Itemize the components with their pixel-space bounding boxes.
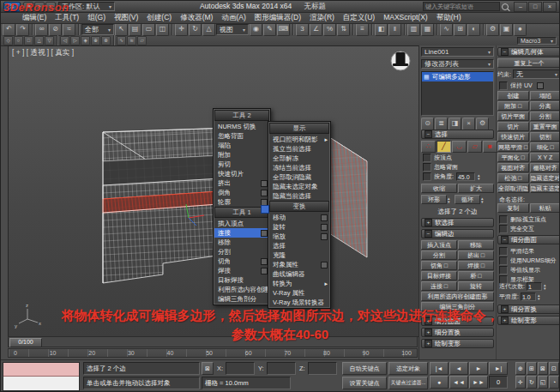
panel-button[interactable]: 分割 [530, 112, 560, 121]
modifier-list-dropdown[interactable]: 修改器列表 ▾ [421, 59, 494, 69]
settings-box-icon[interactable] [321, 224, 328, 231]
select-manipulate-icon[interactable]: ✎ [263, 23, 276, 36]
reference-coordsys-dropdown[interactable]: 视图▾ [216, 24, 249, 35]
extra-toolbar-button[interactable]: ⊕ [91, 36, 100, 45]
menu-item[interactable]: 动画(A) [217, 12, 250, 23]
zoom-icon[interactable]: ⊕ [515, 362, 526, 375]
object-name-dropdown[interactable]: Line001 ▾ [421, 47, 494, 57]
panel-button[interactable]: 焊接 □ [458, 261, 494, 270]
keyboard-override-icon[interactable]: ⌨ [277, 23, 290, 36]
window-crossing-icon[interactable]: ◫ [156, 23, 169, 36]
quad-menu-item[interactable]: 目标焊接 [214, 275, 269, 285]
angle-snap-icon[interactable]: ∠ [310, 23, 322, 36]
panel-button[interactable]: 切片平面 [497, 112, 529, 121]
rollout-soft-selection[interactable]: + 软选择 [421, 218, 494, 227]
selection-filter-dropdown[interactable]: 全部▾ [81, 24, 114, 35]
quad-menu-item[interactable]: 剪切 [214, 160, 269, 169]
extra-toolbar-button[interactable]: ≋ [127, 36, 136, 45]
polygon-mode-icon[interactable]: ▱ [467, 141, 482, 153]
extra-toolbar-button[interactable]: ▱ [137, 36, 147, 45]
settings-box-icon[interactable] [321, 262, 328, 268]
maxscript-mini-listener[interactable] [3, 362, 80, 391]
quad-menu-item[interactable]: 焊接 [214, 266, 269, 275]
new-scene-icon[interactable]: ✚ [23, 2, 33, 12]
select-link-icon[interactable]: ∞ [35, 23, 48, 36]
spinner[interactable] [478, 172, 484, 181]
panel-button[interactable]: 切片 [497, 122, 529, 131]
material-editor-icon[interactable]: ◐ [467, 23, 480, 36]
curve-editor-icon[interactable]: ∿ [440, 23, 453, 36]
current-frame-field[interactable]: 0 [489, 376, 508, 389]
panel-button[interactable]: 桥 □ [458, 271, 494, 280]
panel-button[interactable]: 视图对齐 [497, 163, 529, 172]
align-icon[interactable]: ‖ [388, 23, 401, 36]
panel-button[interactable]: 细化 □ [530, 142, 560, 152]
quad-menu-item[interactable]: 视口照明和阴影▸ [269, 135, 329, 144]
quad-menu-item[interactable]: 连接 [214, 228, 269, 238]
listener-macro-row[interactable] [3, 363, 79, 377]
zoom-region-icon[interactable]: ⊡ [549, 362, 559, 375]
panel-button[interactable]: 旋转 [458, 281, 494, 291]
spinner[interactable] [538, 292, 544, 301]
auto-key-button[interactable]: 自动关键点 [342, 362, 387, 375]
quad-menu-item[interactable]: 孤立当前选择 [269, 144, 329, 154]
rollout-edit-geometry[interactable]: − 编辑几何体 [497, 47, 560, 57]
search-input[interactable] [423, 2, 500, 11]
go-to-end-icon[interactable]: ►| [489, 362, 508, 375]
schematic-view-icon[interactable]: ⊞ [454, 23, 467, 36]
stack-item-editable-poly[interactable]: ▦ 可编辑多边形 [422, 72, 493, 81]
quad-menu-item[interactable]: 缩放 [269, 232, 329, 241]
menu-item[interactable]: 自定义(U) [339, 12, 379, 23]
panel-button[interactable]: 复制 [497, 203, 529, 213]
constraints-dropdown[interactable]: 无 ▾ [513, 69, 560, 79]
render-frame-icon[interactable]: ▣ [500, 23, 513, 36]
viewport-label[interactable]: [ + ] [ 透视 ] [ 真实 ] [12, 48, 74, 58]
previous-frame-icon[interactable]: ◄ [449, 362, 468, 375]
maximize-button[interactable]: □ [528, 2, 542, 12]
play-icon[interactable]: ► [469, 362, 488, 375]
key-mode-icon[interactable]: ● [430, 376, 449, 389]
listener-script-row[interactable] [3, 377, 79, 390]
checkbox[interactable] [499, 225, 508, 233]
panel-button[interactable]: 塌陷 [530, 91, 560, 100]
pan-icon[interactable]: ✛ [515, 376, 526, 389]
orbit-icon[interactable]: ↻ [527, 376, 537, 389]
extra-toolbar-button[interactable]: ◁ [60, 36, 69, 45]
quad-menu-item[interactable]: 旋转 [269, 222, 329, 232]
show-end-result-icon[interactable]: ≣ [435, 118, 448, 130]
configure-modifier-sets-icon[interactable]: ⚙ [476, 118, 489, 130]
use-pivot-center-icon[interactable]: ◉ [250, 23, 262, 36]
menu-item[interactable]: MAXScript(X) [379, 12, 431, 23]
quad-menu-item[interactable]: 挤出 [214, 178, 269, 188]
menu-item[interactable]: 工具(T) [51, 12, 83, 23]
panel-button[interactable]: 全部取消隐藏 [497, 184, 529, 193]
search-icon[interactable] [502, 3, 509, 10]
bind-spacewarp-icon[interactable]: ≈ [63, 23, 75, 36]
settings-box-icon[interactable] [261, 258, 268, 265]
settings-box-icon[interactable] [261, 230, 268, 237]
element-mode-icon[interactable]: ■ [483, 141, 497, 153]
macro-dropdown[interactable]: Macro3▾ [517, 37, 557, 45]
shrink-button[interactable]: 收缩 [421, 184, 457, 193]
spinner[interactable] [448, 196, 454, 204]
rollout-header[interactable]: +细分置换 [421, 328, 494, 337]
workspace-dropdown[interactable]: 工作区: 默认 ▾ [58, 2, 115, 11]
panel-button[interactable]: 分割 [421, 250, 457, 260]
select-object-icon[interactable]: ↖ [115, 23, 128, 36]
menu-item[interactable]: 图形编辑器(D) [250, 12, 305, 23]
panel-button[interactable]: 切角 □ [421, 261, 457, 270]
panel-button[interactable]: 创建 [497, 91, 529, 100]
make-unique-icon[interactable]: ◨ [449, 118, 461, 130]
modifier-stack[interactable]: ▦ 可编辑多边形 [421, 71, 494, 116]
panel-button[interactable]: 附加 □ [497, 101, 529, 111]
mirror-icon[interactable]: ◧ [375, 23, 388, 36]
checkbox[interactable] [499, 247, 508, 256]
rollout-header[interactable]: +细分曲面 [421, 317, 494, 326]
go-to-start-icon[interactable]: |◄ [430, 362, 449, 375]
quad-menu-item[interactable]: 倒角 [214, 188, 269, 197]
menu-item[interactable]: 组(G) [83, 12, 110, 23]
quad-menu-item[interactable]: 编辑三角剖分 [214, 294, 269, 304]
quad-menu-item[interactable]: 利用所选内容创建图形 [214, 285, 269, 294]
extra-toolbar-button[interactable]: □ [24, 36, 33, 45]
settings-box-icon[interactable] [261, 190, 268, 196]
